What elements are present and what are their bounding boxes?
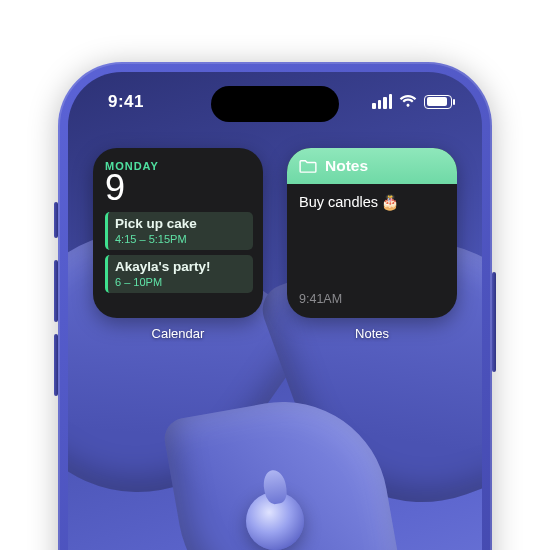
calendar-event[interactable]: Pick up cake 4:15 – 5:15PM (105, 212, 253, 250)
side-button[interactable] (492, 272, 496, 372)
notes-header-title: Notes (325, 157, 368, 175)
calendar-day-number: 9 (105, 170, 253, 206)
event-title: Pick up cake (115, 216, 245, 232)
cellular-signal-icon (372, 94, 392, 109)
calendar-event[interactable]: Akayla's party! 6 – 10PM (105, 255, 253, 293)
widget-label: Calendar (152, 326, 205, 341)
cake-emoji: 🎂 (381, 194, 399, 211)
volume-up-button[interactable] (54, 260, 58, 322)
event-time: 4:15 – 5:15PM (115, 233, 245, 246)
calendar-widget[interactable]: MONDAY 9 Pick up cake 4:15 – 5:15PM Akay… (93, 148, 263, 318)
notes-header: Notes (287, 148, 457, 184)
wifi-icon (399, 95, 417, 109)
event-title: Akayla's party! (115, 259, 245, 275)
note-timestamp: 9:41AM (299, 292, 342, 306)
battery-icon (424, 95, 452, 109)
status-bar: 9:41 (68, 90, 482, 118)
wallpaper-flower-bud (246, 492, 304, 550)
volume-down-button[interactable] (54, 334, 58, 396)
notes-widget[interactable]: Notes Buy candles🎂 9:41AM (287, 148, 457, 318)
phone-frame: 9:41 MONDAY 9 Pick up cake (58, 62, 492, 550)
event-time: 6 – 10PM (115, 276, 245, 289)
widget-label: Notes (355, 326, 389, 341)
ringer-switch[interactable] (54, 202, 58, 238)
note-content: Buy candles🎂 (299, 194, 445, 211)
folder-icon (299, 159, 317, 173)
phone-screen: 9:41 MONDAY 9 Pick up cake (68, 72, 482, 550)
status-time: 9:41 (108, 92, 144, 112)
